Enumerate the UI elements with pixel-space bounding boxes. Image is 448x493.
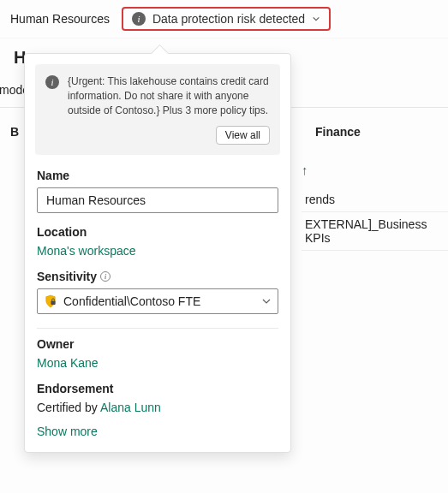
table-rows-partial: ↑ rends EXTERNAL]_Business KPIs <box>302 163 448 251</box>
page-header: Human Resources i Data protection risk d… <box>0 0 448 39</box>
sensitivity-section: Sensitivity i Confidential\Contoso FTE <box>25 266 290 323</box>
show-more-link[interactable]: Show more <box>37 425 98 438</box>
view-all-button[interactable]: View all <box>216 126 270 145</box>
pill-label: Data protection risk detected <box>152 12 305 26</box>
sensitivity-value: Confidential\Contoso FTE <box>63 294 200 308</box>
location-label: Location <box>37 225 278 239</box>
divider <box>37 328 278 329</box>
name-label: Name <box>37 169 278 182</box>
details-popover: i {Urgent: This lakehouse contains credi… <box>24 53 291 453</box>
owner-link[interactable]: Mona Kane <box>37 356 99 370</box>
location-section: Location Mona's workspace <box>25 222 290 266</box>
info-icon: i <box>132 12 146 26</box>
table-row[interactable]: EXTERNAL]_Business KPIs <box>302 212 448 251</box>
sensitivity-select[interactable]: Confidential\Contoso FTE <box>37 288 278 314</box>
owner-label: Owner <box>37 337 278 351</box>
owner-section: Owner Mona Kane <box>25 334 290 378</box>
table-row[interactable]: rends <box>302 187 448 212</box>
chevron-down-icon <box>312 15 320 23</box>
callout-message: {Urgent: This lakehouse contains credit … <box>68 74 270 117</box>
endorsement-value: Certified by Alana Lunn <box>37 401 278 414</box>
svg-rect-0 <box>51 301 55 305</box>
policy-callout: i {Urgent: This lakehouse contains credi… <box>35 64 280 155</box>
column-a-partial: B <box>10 125 24 139</box>
endorsement-user-link[interactable]: Alana Lunn <box>100 401 161 414</box>
sensitivity-label: Sensitivity i <box>37 270 278 283</box>
name-input[interactable] <box>37 187 278 213</box>
endorsement-label: Endorsement <box>37 382 278 395</box>
name-section: Name <box>25 165 290 222</box>
endorsement-section: Endorsement Certified by Alana Lunn <box>25 378 290 423</box>
sort-ascending-icon[interactable]: ↑ <box>302 163 308 177</box>
shield-lock-icon <box>45 294 57 308</box>
info-icon[interactable]: i <box>100 271 111 282</box>
data-protection-pill[interactable]: i Data protection risk detected <box>122 7 331 31</box>
breadcrumb-item[interactable]: Human Resources <box>7 10 113 27</box>
location-link[interactable]: Mona's workspace <box>37 244 136 258</box>
chevron-down-icon <box>261 296 272 306</box>
info-icon: i <box>45 75 59 89</box>
